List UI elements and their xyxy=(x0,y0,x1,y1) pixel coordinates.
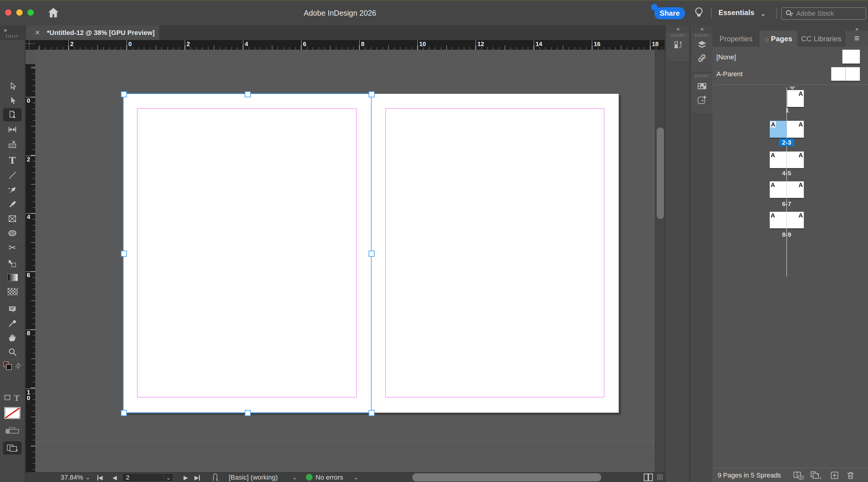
minimize-window-button[interactable] xyxy=(16,9,23,16)
links-panel-icon[interactable] xyxy=(696,53,707,64)
formatting-affects-container-icon[interactable] xyxy=(4,394,11,401)
selection-handle-top-center[interactable] xyxy=(245,91,251,97)
vertical-ruler[interactable]: 024681 0 xyxy=(26,64,35,472)
selection-handle-top-left[interactable] xyxy=(121,91,127,97)
parent-a-left-thumbnail[interactable] xyxy=(831,67,846,81)
frame-tool-icon[interactable] xyxy=(7,214,17,224)
content-collector-tool-icon[interactable] xyxy=(7,140,17,150)
swatches-grid-panel-icon[interactable] xyxy=(696,81,707,92)
search-input[interactable] xyxy=(796,9,854,18)
create-new-page-icon[interactable] xyxy=(830,471,839,480)
pages-fit-view-icon[interactable] xyxy=(644,473,653,481)
spread-6-7-label[interactable]: 6-7 xyxy=(770,200,803,207)
parent-a-right-thumbnail[interactable] xyxy=(846,67,860,81)
eyedropper-tool-icon[interactable] xyxy=(7,319,17,329)
page-tool-icon[interactable] xyxy=(7,110,17,120)
chevron-down-icon[interactable]: ⌄ xyxy=(760,9,766,18)
page-5-thumbnail[interactable]: A xyxy=(787,152,804,168)
free-transform-tool-icon[interactable] xyxy=(7,259,17,268)
direct-selection-tool-icon[interactable] xyxy=(7,96,17,106)
create-new-spread-icon[interactable] xyxy=(809,471,822,480)
workspace-switcher[interactable]: Essentials xyxy=(718,8,754,17)
collapse-panels-icon[interactable]: « xyxy=(690,26,713,32)
selection-tool-icon[interactable] xyxy=(7,82,17,91)
resize-grip[interactable] xyxy=(657,474,663,480)
page-7-thumbnail[interactable]: A xyxy=(787,181,804,198)
tab-cc-libraries[interactable]: CC Libraries xyxy=(798,31,845,47)
lightbulb-icon[interactable] xyxy=(693,6,705,20)
first-page-button[interactable]: ◀ xyxy=(97,474,103,481)
parent-none-thumbnail[interactable] xyxy=(842,50,860,64)
page-number-field[interactable]: 2 ⌄ xyxy=(122,473,173,482)
page-2-thumbnail-selected[interactable]: A xyxy=(770,121,786,138)
scissors-tool-icon[interactable]: ✂ xyxy=(7,243,17,252)
page-1-thumbnail[interactable]: A xyxy=(787,90,804,107)
properties-panel-icon[interactable] xyxy=(673,40,684,51)
error-status[interactable]: No errors xyxy=(315,474,343,481)
page-6-thumbnail[interactable]: A xyxy=(770,181,786,198)
screen-mode-button[interactable] xyxy=(6,443,19,453)
fill-color-none-swatch[interactable] xyxy=(4,407,21,419)
preflight-icon[interactable] xyxy=(211,473,220,482)
pasteboard[interactable] xyxy=(35,50,655,472)
zoom-window-button[interactable] xyxy=(27,9,34,16)
ruler-origin-corner[interactable] xyxy=(26,40,35,50)
selection-handle-middle-left[interactable] xyxy=(121,251,127,257)
line-tool-icon[interactable] xyxy=(7,170,17,180)
parent-a-label[interactable]: A-Parent xyxy=(716,70,743,78)
selection-handle-bottom-right[interactable] xyxy=(369,410,375,416)
spread-2-3-label[interactable]: 2-3 xyxy=(770,139,803,146)
page-8-thumbnail[interactable]: A xyxy=(770,212,786,228)
spread-1-label[interactable]: 1 xyxy=(771,107,804,114)
panel-grip[interactable] xyxy=(672,34,685,37)
spread-8-9-label[interactable]: 8-9 xyxy=(770,231,803,238)
pen-tool-icon[interactable] xyxy=(7,185,17,195)
previous-page-button[interactable]: ◀ xyxy=(113,474,117,481)
apply-color-button[interactable] xyxy=(5,426,20,435)
parent-none-label[interactable]: [None] xyxy=(716,53,736,61)
note-tool-icon[interactable] xyxy=(7,304,17,314)
swap-fill-stroke-icon[interactable] xyxy=(14,362,22,369)
share-button[interactable]: Share xyxy=(654,7,685,19)
tab-pages[interactable]: ◇ Pages xyxy=(760,31,798,47)
last-page-button[interactable]: ▶ xyxy=(194,474,200,481)
formatting-affects-text-icon[interactable]: T xyxy=(14,394,20,403)
edit-page-size-icon[interactable] xyxy=(793,471,805,480)
delete-page-icon[interactable] xyxy=(846,471,855,480)
gradient-feather-tool-icon[interactable] xyxy=(7,288,18,295)
zoom-level[interactable]: 37.84% xyxy=(61,474,83,481)
close-tab-icon[interactable]: ✕ xyxy=(35,29,40,37)
gradient-swatch-tool-icon[interactable] xyxy=(7,274,18,281)
zoom-chevron-icon[interactable]: ⌄ xyxy=(85,474,90,481)
horizontal-ruler[interactable]: 2024681012141618 xyxy=(35,40,664,50)
panel-grip[interactable] xyxy=(695,75,709,77)
selection-handle-bottom-left[interactable] xyxy=(121,410,127,416)
tab-properties[interactable]: Properties xyxy=(712,31,760,47)
zoom-tool-icon[interactable] xyxy=(7,347,17,357)
adobe-stock-search[interactable] xyxy=(781,7,866,20)
type-tool-icon[interactable]: T xyxy=(7,156,17,165)
home-icon[interactable] xyxy=(47,6,60,19)
close-window-button[interactable] xyxy=(5,9,11,16)
selection-handle-bottom-center[interactable] xyxy=(245,410,251,416)
vertical-scrollbar[interactable] xyxy=(655,50,665,472)
error-chevron-icon[interactable]: ⌄ xyxy=(353,474,359,481)
vertical-scrollbar-thumb[interactable] xyxy=(657,127,664,219)
page-9-thumbnail[interactable]: A xyxy=(787,212,804,228)
page-4-thumbnail[interactable]: A xyxy=(770,152,786,168)
page-dropdown-icon[interactable]: ⌄ xyxy=(164,474,173,481)
horizontal-scrollbar-thumb[interactable] xyxy=(412,473,601,481)
gap-tool-icon[interactable] xyxy=(7,125,17,134)
selection-handle-top-right[interactable] xyxy=(369,91,375,97)
panel-menu-icon[interactable]: ≡ xyxy=(845,31,868,47)
document-tab[interactable]: ✕ *Untitled-12 @ 38% [GPU Preview] xyxy=(26,25,159,40)
preflight-chevron-icon[interactable]: ⌄ xyxy=(292,474,297,481)
ellipse-tool-icon[interactable] xyxy=(7,228,17,238)
panel-grip[interactable] xyxy=(695,34,709,37)
spread-4-5-label[interactable]: 4-5 xyxy=(770,170,803,177)
preflight-profile[interactable]: [Basic] (working) xyxy=(229,474,278,481)
toolbar-grip[interactable] xyxy=(6,35,19,38)
expand-toolbar-icon[interactable]: » xyxy=(4,27,6,33)
pencil-tool-icon[interactable] xyxy=(7,199,17,209)
selection-handle-middle-right[interactable] xyxy=(369,251,375,257)
